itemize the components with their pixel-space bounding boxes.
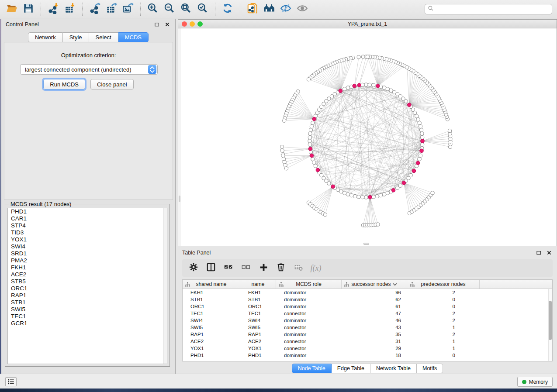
cell-MCDS-role: connector	[276, 338, 342, 345]
export-table-button[interactable]	[103, 1, 120, 17]
column-header-predecessor-nodes[interactable]: predecessor nodes	[407, 280, 480, 289]
table-row[interactable]: YOX1YOX1connector291	[183, 345, 552, 352]
table-row[interactable]: FKH1FKH1dominator962	[183, 289, 552, 296]
table-row[interactable]: SWI5SWI5connector431	[183, 324, 552, 331]
mcds-result-item[interactable]: SWI5	[8, 306, 167, 313]
mcds-result-item[interactable]: PMA2	[8, 257, 167, 264]
mcds-result-item[interactable]: STB5	[8, 278, 167, 285]
export-network-button[interactable]	[86, 1, 103, 17]
column-header-MCDS-role[interactable]: MCDS role	[276, 280, 342, 289]
tab-select[interactable]: Select	[89, 32, 118, 42]
mcds-result-item[interactable]: STB1	[8, 299, 167, 306]
zoom-in-button[interactable]	[145, 1, 161, 17]
mcds-result-item[interactable]: SWI4	[8, 243, 167, 250]
network-vertical-scrollbar[interactable]	[178, 28, 181, 246]
hide-graphics-button[interactable]	[277, 1, 294, 17]
zoom-out-button[interactable]	[161, 1, 178, 17]
add-column-icon	[259, 263, 268, 274]
mcds-list-scrollbar[interactable]	[163, 208, 167, 364]
delete-column-button[interactable]	[273, 261, 289, 275]
mcds-result-item[interactable]: RAP1	[8, 292, 167, 299]
table-row[interactable]: ORC1ORC1dominator610	[183, 303, 552, 310]
search-box[interactable]	[425, 4, 552, 14]
float-table-panel-icon[interactable]	[535, 249, 542, 256]
cell-shared-name: TEC1	[183, 310, 240, 317]
mcds-result-item[interactable]: ACE2	[8, 271, 167, 278]
mcds-result-item[interactable]: TID3	[8, 229, 167, 236]
zoom-selected-button[interactable]	[194, 1, 211, 17]
list-icon	[8, 379, 14, 385]
search-input[interactable]	[436, 6, 549, 12]
zoom-fit-button[interactable]	[178, 1, 194, 17]
export-image-button[interactable]	[120, 1, 136, 17]
network-canvas[interactable]	[178, 28, 557, 246]
network-window-titlebar[interactable]: YPA_prune.txt_1	[178, 20, 557, 28]
import-table-button[interactable]	[62, 1, 78, 17]
optimization-criterion-select[interactable]: largest connected component (undirected)	[20, 64, 158, 75]
cell-successor-nodes: 61	[342, 303, 407, 310]
table-row[interactable]: STB1STB1dominator620	[183, 296, 552, 303]
add-column-button[interactable]	[256, 261, 271, 275]
table-row[interactable]: PHD1PHD1dominator180	[183, 352, 552, 359]
open-file-button[interactable]	[3, 1, 20, 17]
table-row[interactable]: TEC1TEC1connector472	[183, 310, 552, 317]
mcds-result-item[interactable]: STP4	[8, 222, 167, 229]
mcds-result-group: MCDS result (17 nodes) PHD1CAR1STP4TID3Y…	[5, 204, 170, 367]
column-header-shared-name[interactable]: shared name	[183, 280, 240, 289]
float-panel-icon[interactable]	[153, 21, 160, 28]
home-view-button[interactable]	[261, 1, 277, 17]
save-session-button[interactable]	[20, 1, 37, 17]
import-network-button[interactable]	[45, 1, 62, 17]
tab-edge-table[interactable]: Edge Table	[332, 364, 370, 373]
tab-node-table[interactable]: Node Table	[292, 364, 332, 373]
settings-gear-button[interactable]	[186, 261, 201, 275]
save-session-icon	[23, 3, 34, 16]
memory-button[interactable]: Memory	[517, 377, 553, 387]
cell-shared-name: STB1	[183, 296, 240, 303]
mcds-result-item[interactable]: SRD1	[8, 250, 167, 257]
network-document-button[interactable]	[244, 1, 261, 17]
cell-name: FKH1	[240, 289, 276, 296]
mcds-result-item[interactable]: TEC1	[8, 313, 167, 320]
function-builder-button: f(x)	[308, 261, 324, 275]
network-horizontal-scrollbar-thumb[interactable]	[363, 243, 369, 245]
task-history-button[interactable]	[5, 377, 17, 386]
table-row[interactable]: SWI4SWI4dominator462	[183, 317, 552, 324]
cell-name: STB1	[240, 296, 276, 303]
run-mcds-button[interactable]: Run MCDS	[43, 79, 85, 89]
toolbar-separator	[240, 3, 240, 16]
table-row[interactable]: ACE2ACE2connector311	[183, 338, 552, 345]
close-panel-icon[interactable]	[164, 21, 171, 28]
tab-motifs[interactable]: Motifs	[417, 364, 443, 373]
close-table-panel-icon[interactable]	[546, 249, 553, 256]
table-scrollbar[interactable]	[548, 289, 552, 361]
tab-network[interactable]: Network	[28, 32, 63, 42]
select-all-button[interactable]	[221, 261, 236, 275]
tab-network-table[interactable]: Network Table	[370, 364, 417, 373]
memory-label: Memory	[529, 379, 548, 385]
cell-shared-name: FKH1	[183, 289, 240, 296]
mcds-result-item[interactable]: FKH1	[8, 264, 167, 271]
mcds-result-item[interactable]: GCR1	[8, 320, 167, 327]
mcds-result-list[interactable]: PHD1CAR1STP4TID3YOX1SWI4SRD1PMA2FKH1ACE2…	[7, 208, 167, 364]
mcds-result-item[interactable]: YOX1	[8, 236, 167, 243]
cell-MCDS-role: dominator	[276, 352, 342, 359]
deselect-all-button[interactable]	[238, 261, 254, 275]
mcds-result-item[interactable]: PHD1	[8, 208, 167, 215]
toggle-columns-button[interactable]	[203, 261, 219, 275]
refresh-layout-button[interactable]	[219, 1, 236, 17]
mcds-result-item[interactable]: ORC1	[8, 285, 167, 292]
column-header-name[interactable]: name	[240, 280, 276, 289]
column-header-successor-nodes[interactable]: successor nodes	[342, 280, 407, 289]
mcds-result-item[interactable]: CAR1	[8, 215, 167, 222]
show-graphics-button[interactable]	[294, 1, 311, 17]
cell-predecessor-nodes: 0	[407, 296, 480, 303]
combo-stepper-icon	[148, 65, 156, 74]
application-window: Control Panel NetworkStyleSelectMCDS Opt…	[0, 0, 557, 389]
close-panel-button[interactable]: Close panel	[90, 79, 134, 89]
table-row[interactable]: RAP1RAP1dominator352	[183, 331, 552, 338]
cell-shared-name: PHD1	[183, 352, 240, 359]
cell-MCDS-role: dominator	[276, 296, 342, 303]
tab-style[interactable]: Style	[63, 32, 89, 42]
tab-mcds[interactable]: MCDS	[118, 32, 149, 42]
